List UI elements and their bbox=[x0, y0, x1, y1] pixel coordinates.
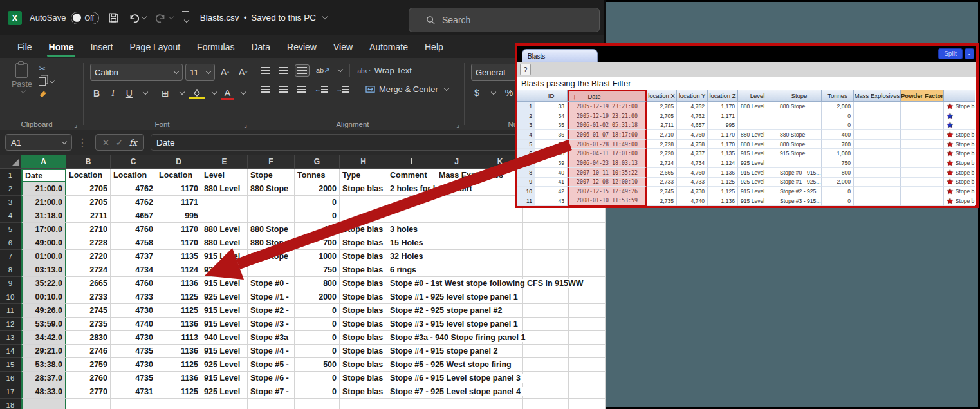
split-button[interactable]: Split bbox=[938, 48, 962, 59]
cell-B18[interactable] bbox=[66, 399, 111, 409]
cell-C17[interactable]: 4731 bbox=[111, 385, 156, 399]
blast-cell[interactable]: 2,000 bbox=[822, 178, 854, 187]
underline-button[interactable]: U bbox=[123, 87, 136, 100]
cell-D12[interactable]: 1136 bbox=[156, 318, 201, 331]
blast-cell[interactable]: 4,762 bbox=[677, 111, 708, 121]
cell-I16[interactable]: Stope #6 - 915 Level stope panel 3 bbox=[387, 372, 436, 385]
cell-I8[interactable]: 6 rings bbox=[387, 263, 436, 277]
fill-color-button[interactable] bbox=[189, 88, 205, 99]
cell-F18[interactable] bbox=[248, 399, 295, 409]
cell-G9[interactable]: 800 bbox=[295, 277, 340, 290]
blast-cell-flag[interactable]: ★Stope b bbox=[944, 130, 975, 140]
cell-G17[interactable]: 0 bbox=[295, 385, 340, 399]
cell-E3[interactable] bbox=[201, 196, 248, 209]
blast-cell[interactable]: 2006-01-28 11:49:00 bbox=[568, 140, 647, 149]
font-size-select[interactable]: 11 bbox=[185, 64, 215, 81]
blast-cell[interactable] bbox=[854, 168, 901, 178]
cut-button[interactable]: ✂ bbox=[39, 64, 54, 73]
row-header-10[interactable]: 10 bbox=[0, 290, 21, 304]
cell-M12[interactable] bbox=[569, 318, 606, 331]
blast-cell[interactable]: 0 bbox=[822, 187, 854, 196]
cell-H8[interactable]: Stope blas bbox=[340, 263, 387, 277]
blast-cell[interactable]: 2008-01-10 11:53:59 bbox=[568, 196, 647, 206]
cell-I7[interactable]: 32 Holes bbox=[387, 250, 436, 263]
blast-cell[interactable]: 915 Level bbox=[738, 196, 777, 206]
column-header-H[interactable]: H bbox=[340, 155, 387, 169]
cell-I12[interactable]: Stope #3 - 915 level stope panel 1 bbox=[387, 318, 436, 331]
blast-cell[interactable] bbox=[901, 168, 944, 178]
cell-F9[interactable]: Stope #0 - bbox=[248, 277, 295, 290]
blast-cell[interactable]: 880 Level bbox=[738, 130, 777, 140]
blast-cell[interactable] bbox=[854, 187, 901, 196]
blast-col-header-Tonnes[interactable]: Tonnes bbox=[822, 90, 854, 102]
blast-cell[interactable]: 2,000 bbox=[822, 102, 854, 111]
cell-A7[interactable]: 01:00.0 bbox=[21, 250, 66, 263]
blast-cell[interactable] bbox=[901, 149, 944, 158]
fill-color-dropdown-icon[interactable] bbox=[211, 90, 216, 95]
row-header-3[interactable]: 3 bbox=[0, 196, 21, 209]
column-header-C[interactable]: C bbox=[111, 155, 156, 169]
cell-H15[interactable]: Stope blas bbox=[340, 358, 387, 372]
blast-cell[interactable]: 0 bbox=[822, 111, 854, 121]
ribbon-tab-file[interactable]: File bbox=[9, 37, 41, 57]
blast-cell[interactable]: 0 bbox=[822, 120, 854, 130]
blast-cell[interactable]: 4,733 bbox=[677, 178, 708, 187]
cancel-button[interactable]: ✕ bbox=[102, 138, 109, 147]
increase-indent-button[interactable]: → bbox=[334, 84, 351, 95]
blast-cell[interactable]: 995 bbox=[708, 120, 738, 130]
cell-M5[interactable] bbox=[569, 223, 606, 236]
font-dialog-launcher[interactable]: ⌟ bbox=[244, 121, 247, 128]
cell-H11[interactable]: Stope blas bbox=[340, 304, 387, 318]
cell-A14[interactable]: 29:21.0 bbox=[21, 345, 66, 358]
blast-cell[interactable]: 800 bbox=[822, 168, 854, 178]
blast-cell[interactable]: 1,171 bbox=[708, 111, 738, 121]
blast-cell[interactable]: 700 bbox=[822, 140, 854, 149]
column-header-E[interactable]: E bbox=[201, 155, 248, 169]
ribbon-tab-view[interactable]: View bbox=[325, 37, 361, 57]
blast-cell[interactable]: 880 Stope bbox=[777, 140, 822, 149]
blast-cell-flag[interactable]: ★Stope b bbox=[944, 102, 975, 111]
currency-format-button[interactable]: $ bbox=[471, 86, 483, 99]
cell-C8[interactable]: 4734 bbox=[111, 263, 156, 277]
cell-F16[interactable]: Stope #6 - bbox=[248, 372, 295, 385]
blast-cell[interactable]: 4,730 bbox=[677, 187, 708, 196]
cell-J5[interactable] bbox=[436, 223, 477, 236]
ribbon-tab-home[interactable]: Home bbox=[41, 37, 82, 57]
blast-cell[interactable]: 2006-04-11 17:01:00 bbox=[568, 149, 647, 158]
increase-font-button[interactable]: A˄ bbox=[217, 66, 233, 79]
blast-cell[interactable] bbox=[854, 158, 901, 168]
align-right-button[interactable] bbox=[295, 84, 308, 95]
blast-cell[interactable]: Stope #3 - 915... bbox=[777, 196, 822, 206]
cell-B3[interactable]: 2705 bbox=[66, 196, 111, 209]
blast-cell[interactable]: 915 Level bbox=[738, 168, 777, 178]
blast-cell[interactable]: 1,125 bbox=[708, 187, 738, 196]
blast-cell[interactable]: 33 bbox=[535, 102, 568, 111]
row-header-5[interactable]: 5 bbox=[0, 223, 21, 236]
search-input[interactable]: Search bbox=[409, 8, 600, 32]
cell-F10[interactable]: Stope #1 - bbox=[248, 290, 295, 304]
cell-F6[interactable]: 880 Stope bbox=[248, 236, 295, 250]
cell-G3[interactable]: 0 bbox=[295, 196, 340, 209]
blast-cell[interactable]: 880 Stope bbox=[777, 130, 822, 140]
cell-H13[interactable]: Stope blas bbox=[340, 331, 387, 345]
cell-L18[interactable] bbox=[523, 399, 569, 409]
blast-cell[interactable]: 1,136 bbox=[708, 196, 738, 206]
cell-F14[interactable]: Stope #4 - bbox=[248, 345, 295, 358]
cell-H10[interactable]: Stope blas bbox=[340, 290, 387, 304]
cell-B7[interactable]: 2720 bbox=[66, 250, 111, 263]
cell-L16[interactable] bbox=[523, 372, 569, 385]
blast-cell[interactable]: 925 Level bbox=[738, 158, 777, 168]
cell-D9[interactable]: 1136 bbox=[156, 277, 201, 290]
cell-A13[interactable]: 34:42.0 bbox=[21, 331, 66, 345]
blast-cell-flag[interactable]: ★Stope b bbox=[944, 178, 975, 187]
blast-col-header-ID[interactable]: ID bbox=[535, 90, 568, 102]
cell-H5[interactable]: Stope blas bbox=[340, 223, 387, 236]
cell-F2[interactable]: 880 Stope bbox=[248, 182, 295, 196]
blast-col-header-blank[interactable] bbox=[944, 90, 975, 102]
align-left-button[interactable] bbox=[259, 84, 272, 95]
cell-L5[interactable] bbox=[523, 223, 569, 236]
clipboard-dialog-launcher[interactable]: ⌟ bbox=[74, 121, 77, 128]
cell-C5[interactable]: 4760 bbox=[111, 223, 156, 236]
blast-cell-flag[interactable]: ★ bbox=[944, 111, 975, 121]
cell-D3[interactable]: 1171 bbox=[156, 196, 201, 209]
